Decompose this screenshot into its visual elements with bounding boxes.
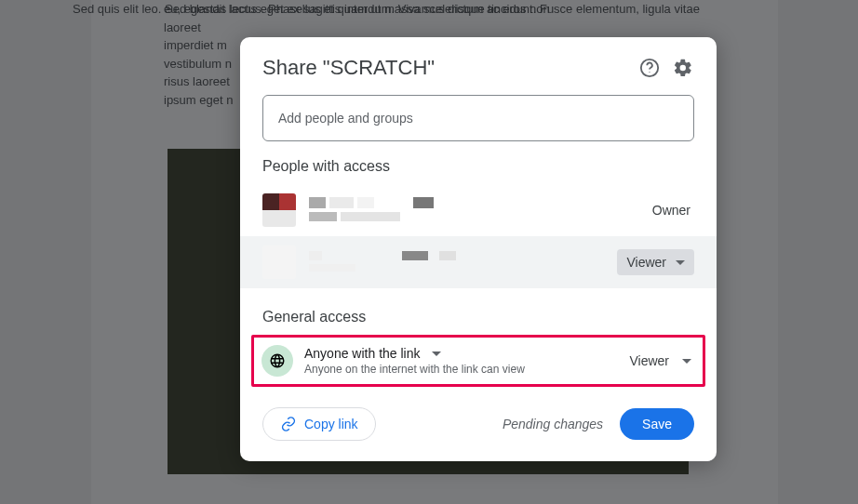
general-access-text: Anyone with the link Anyone on the inter… (304, 346, 629, 376)
add-people-input[interactable]: Add people and groups (262, 95, 694, 141)
general-access-heading: General access (262, 309, 694, 325)
gear-icon[interactable] (672, 57, 694, 79)
globe-icon (261, 345, 293, 377)
person-row-viewer[interactable]: Viewer (240, 236, 717, 288)
general-access-row: Anyone with the link Anyone on the inter… (251, 335, 705, 387)
redacted-name (309, 249, 617, 275)
copy-link-label: Copy link (304, 417, 358, 431)
chevron-down-icon (432, 351, 441, 356)
owner-role-label: Owner (652, 203, 694, 218)
people-with-access-heading: People with access (262, 158, 694, 175)
dialog-footer: Copy link Pending changes Save (240, 392, 717, 454)
link-icon (280, 416, 297, 432)
chevron-down-icon (682, 359, 691, 364)
person-row-owner: Owner (240, 184, 717, 236)
role-dropdown[interactable]: Viewer (617, 249, 694, 275)
avatar (262, 245, 296, 279)
general-role-label: Viewer (629, 353, 669, 368)
share-dialog: Share "SCRATCH" Add people and groups Pe… (240, 37, 717, 461)
scope-label: Anyone with the link (304, 346, 421, 361)
scope-description: Anyone on the internet with the link can… (304, 363, 629, 376)
save-button[interactable]: Save (620, 408, 694, 440)
dialog-header: Share "SCRATCH" (240, 37, 717, 95)
chevron-down-icon (676, 260, 685, 265)
avatar (262, 193, 296, 227)
general-role-dropdown[interactable]: Viewer (629, 353, 691, 368)
copy-link-button[interactable]: Copy link (262, 407, 376, 441)
role-dropdown-label: Viewer (626, 255, 666, 270)
redacted-name (309, 197, 652, 223)
help-icon[interactable] (638, 57, 661, 79)
save-button-label: Save (642, 417, 672, 431)
svg-point-1 (649, 72, 650, 73)
dialog-title: Share "SCRATCH" (262, 56, 627, 80)
pending-changes-label: Pending changes (503, 417, 603, 431)
add-people-placeholder: Add people and groups (278, 111, 413, 126)
scope-dropdown[interactable]: Anyone with the link (304, 346, 629, 361)
